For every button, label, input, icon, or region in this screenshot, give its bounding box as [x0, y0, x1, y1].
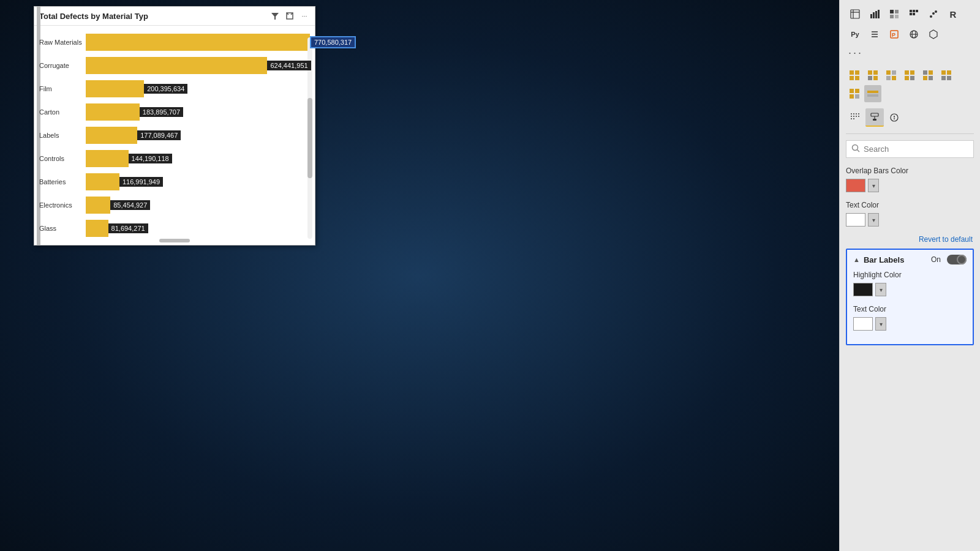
settings-section: Overlap Bars Color ▾ Text Color ▾ Revert… — [840, 162, 980, 551]
icon-row-1: R — [846, 5, 974, 23]
bar-row[interactable]: Corrugate624,441,951 — [34, 54, 315, 77]
paint-roller-icon[interactable] — [865, 108, 884, 127]
bar-row[interactable]: Glass81,694,271 — [34, 217, 315, 240]
svg-rect-8 — [873, 12, 875, 18]
bar-label: Film — [37, 85, 86, 92]
search-input[interactable] — [864, 144, 968, 154]
bar-row[interactable]: Batteries116,991,949 — [34, 170, 315, 193]
overlap-color-swatch[interactable] — [846, 179, 865, 192]
search-bar — [846, 140, 974, 158]
svg-point-22 — [935, 10, 937, 13]
bar-labels-title: Bar Labels — [864, 255, 927, 264]
highlight-color-picker: ▾ — [853, 283, 967, 296]
bar-container: 85,454,927 — [86, 197, 310, 214]
svg-text:P: P — [892, 32, 895, 38]
svg-rect-7 — [870, 14, 872, 18]
svg-rect-32 — [850, 70, 854, 75]
hexagon-icon[interactable] — [924, 25, 943, 43]
bar-fill — [86, 173, 119, 190]
analyze-icon[interactable] — [885, 108, 903, 127]
py-icon[interactable]: Py — [846, 25, 864, 43]
tool-icon-row — [840, 106, 980, 129]
svg-rect-12 — [895, 10, 899, 13]
bar-labels-text-color-group: Text Color ▾ — [853, 305, 967, 331]
svg-rect-57 — [855, 89, 859, 93]
bar-value: 770,580,317 — [310, 36, 356, 48]
bar-labels-toggle[interactable] — [947, 255, 967, 264]
more-icon[interactable]: ··· — [299, 10, 310, 21]
chart-bar-icon[interactable] — [865, 5, 884, 23]
bar-fill — [86, 57, 267, 74]
bar-row[interactable]: Carton183,895,707 — [34, 100, 315, 124]
svg-point-20 — [930, 15, 932, 18]
table-icon[interactable] — [846, 5, 864, 23]
svg-rect-52 — [941, 70, 946, 75]
bar-container: 200,395,634 — [86, 80, 310, 97]
collapse-icon[interactable]: ▲ — [853, 256, 860, 263]
list-icon[interactable] — [865, 25, 884, 43]
bar-row[interactable]: Film200,395,634 — [34, 77, 315, 100]
revert-link[interactable]: Revert to default — [846, 235, 974, 244]
svg-rect-39 — [873, 76, 878, 80]
highlight-color-dropdown[interactable]: ▾ — [875, 283, 886, 296]
bar-label: Labels — [37, 132, 86, 139]
color-grid-icon-6[interactable] — [938, 67, 955, 84]
color-grid-icon-3[interactable] — [883, 67, 900, 84]
svg-rect-49 — [929, 70, 933, 75]
chart-title-bar: Total Defects by Material Typ ··· — [34, 7, 315, 26]
powerpoint-icon[interactable]: P — [885, 25, 903, 43]
bar-container: 116,991,949 — [86, 173, 310, 190]
bar-labels-text-color-swatch[interactable] — [853, 317, 873, 331]
svg-rect-46 — [905, 76, 909, 80]
bar-row[interactable]: Controls144,190,118 — [34, 147, 315, 170]
bar-labels-text-color-label: Text Color — [853, 305, 967, 313]
chart-hscrollbar[interactable] — [159, 239, 190, 242]
bar-fill — [86, 150, 129, 167]
icon-section: R Py P ··· — [840, 0, 980, 63]
overlap-color-dropdown[interactable]: ▾ — [868, 179, 879, 192]
highlight-color-swatch[interactable] — [853, 283, 873, 296]
chart-body: Raw Materials770,580,317Corrugate624,441… — [34, 26, 315, 245]
text-color-dropdown[interactable]: ▾ — [868, 213, 879, 227]
svg-point-64 — [856, 113, 857, 114]
overlap-bars-color-picker: ▾ — [846, 179, 974, 192]
svg-point-65 — [858, 113, 859, 114]
bar-labels-text-color-dropdown[interactable]: ▾ — [875, 317, 886, 331]
svg-rect-58 — [850, 94, 854, 99]
svg-rect-59 — [855, 94, 859, 99]
color-grid-icon-1[interactable] — [846, 67, 863, 84]
highlight-color-label: Highlight Color — [853, 271, 967, 279]
svg-rect-15 — [910, 10, 912, 12]
bar-label: Carton — [37, 108, 86, 116]
pivot-icon[interactable] — [885, 5, 903, 23]
main-area: Total Defects by Material Typ ··· Raw Ma… — [0, 0, 839, 551]
svg-point-67 — [853, 116, 854, 117]
expand-icon[interactable] — [284, 10, 295, 21]
color-grid-icon-8[interactable] — [864, 85, 881, 102]
scrollbar-thumb — [307, 98, 312, 179]
grid-icon[interactable] — [905, 5, 923, 23]
bar-value: 116,991,949 — [119, 177, 163, 187]
bar-value: 200,395,634 — [144, 84, 187, 94]
svg-point-21 — [932, 12, 935, 15]
bar-row[interactable]: Labels177,089,467 — [34, 124, 315, 147]
text-color-swatch[interactable] — [846, 213, 865, 227]
r-letter-icon[interactable]: R — [944, 5, 962, 23]
svg-marker-0 — [271, 13, 279, 20]
bar-row[interactable]: Raw Materials770,580,317 — [34, 31, 315, 54]
dotted-grid-icon[interactable] — [846, 108, 864, 127]
svg-rect-42 — [886, 76, 891, 80]
svg-rect-13 — [890, 15, 894, 18]
scatter-icon[interactable] — [924, 5, 943, 23]
color-grid-icon-5[interactable] — [919, 67, 937, 84]
color-grid-icon-7[interactable] — [846, 85, 863, 102]
map-icon[interactable] — [905, 25, 923, 43]
search-icon — [851, 144, 860, 154]
bar-label: Electronics — [37, 201, 86, 209]
color-grid-icon-4[interactable] — [901, 67, 918, 84]
bar-fill — [86, 34, 310, 51]
bar-row[interactable]: Electronics85,454,927 — [34, 193, 315, 217]
color-grid-icon-2[interactable] — [864, 67, 881, 84]
filter-icon[interactable] — [270, 10, 281, 21]
svg-rect-17 — [916, 10, 918, 12]
